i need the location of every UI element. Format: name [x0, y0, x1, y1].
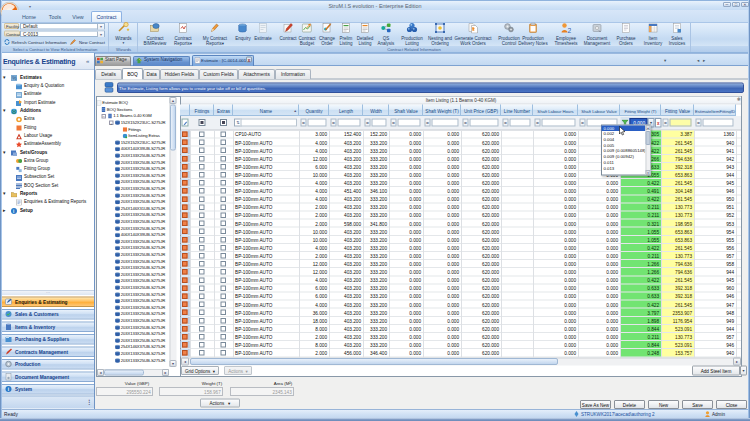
svg-text:i: i	[13, 209, 14, 214]
svg-text:%: %	[12, 75, 17, 81]
svg-text:2: 2	[568, 27, 572, 34]
svg-text:i: i	[8, 387, 9, 392]
